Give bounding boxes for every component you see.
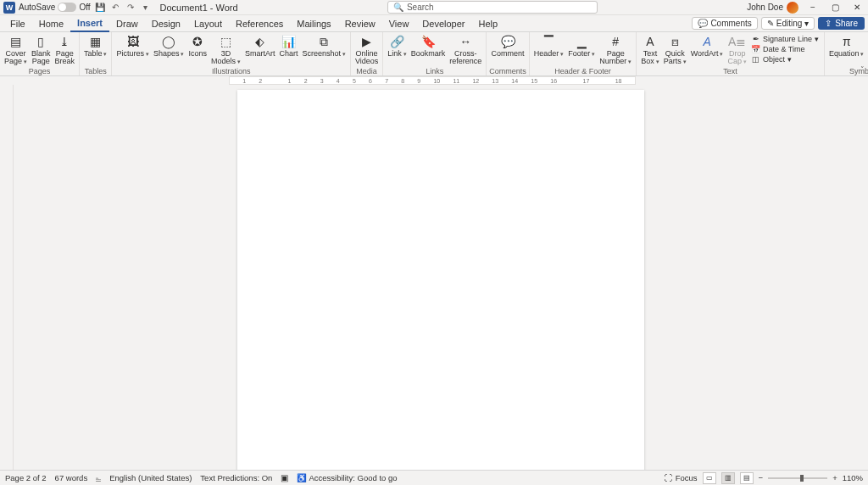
zoom-thumb[interactable] (800, 475, 804, 482)
text-box-icon: A (643, 34, 658, 49)
tab-file[interactable]: File (3, 16, 32, 31)
maximize-button[interactable]: ▢ (827, 2, 843, 14)
ruler-mark: 15 (531, 78, 537, 84)
blank-page-button[interactable]: ▯Blank Page (30, 33, 53, 67)
page-break-button[interactable]: ⤓Page Break (53, 33, 77, 67)
chevron-down-icon: ▾ (804, 19, 809, 28)
3d-models-button[interactable]: ⬚3D Models (209, 33, 242, 67)
wordart-button[interactable]: AWordArt (689, 33, 726, 67)
read-mode-button[interactable]: ▭ (703, 472, 716, 484)
macro-icon[interactable]: ▣ (281, 473, 288, 482)
pictures-button[interactable]: 🖼Pictures (114, 33, 150, 67)
group-pages: ▤Cover Page ▯Blank Page ⤓Page Break Page… (0, 32, 80, 75)
undo-icon[interactable]: ↶ (109, 2, 121, 14)
signature-line-button[interactable]: ✒Signature Line ▾ (749, 34, 821, 44)
object-button[interactable]: ◫Object ▾ (749, 54, 821, 64)
zoom-level[interactable]: 110% (843, 473, 863, 482)
document-title: Document1 - Word (160, 3, 238, 13)
tab-design[interactable]: Design (145, 16, 187, 31)
cross-ref-icon: ↔ (458, 34, 473, 49)
quick-parts-button[interactable]: ⧈Quick Parts (662, 33, 688, 67)
table-button[interactable]: ▦Table (82, 33, 108, 67)
wordart-icon: A (699, 34, 715, 49)
header-button[interactable]: ▔Header (532, 33, 565, 67)
status-text-predictions[interactable]: Text Predictions: On (200, 473, 272, 482)
ruler-mark: 8 (401, 78, 404, 84)
signature-icon: ✒ (752, 35, 760, 43)
chevron-down-icon: ▾ (787, 55, 792, 64)
document-page[interactable] (237, 90, 644, 470)
ruler-mark: 4 (337, 78, 340, 84)
ruler-mark: 5 (353, 78, 356, 84)
status-page[interactable]: Page 2 of 2 (5, 473, 47, 482)
drop-cap-icon: A≣ (730, 34, 745, 49)
print-layout-button[interactable]: ▥ (721, 472, 735, 484)
tab-help[interactable]: Help (472, 16, 505, 31)
online-videos-button[interactable]: ▶Online Videos (353, 33, 380, 67)
chart-button[interactable]: 📊Chart (277, 33, 299, 67)
spellcheck-icon[interactable]: ⎁ (96, 473, 101, 482)
web-layout-button[interactable]: ▤ (740, 472, 754, 484)
editing-mode-button[interactable]: ✎Editing▾ (761, 17, 815, 30)
tab-insert[interactable]: Insert (70, 15, 109, 32)
equation-button[interactable]: πEquation (827, 33, 865, 67)
redo-icon[interactable]: ↷ (125, 2, 136, 14)
cross-reference-button[interactable]: ↔Cross- reference (448, 33, 483, 67)
tab-mailings[interactable]: Mailings (290, 16, 337, 31)
ruler-mark: 10 (433, 78, 440, 84)
zoom-in-button[interactable]: + (832, 473, 837, 482)
smartart-button[interactable]: ⬖SmartArt (243, 33, 277, 67)
comment-icon: 💬 (698, 19, 708, 28)
page-number-button[interactable]: #Page Number (598, 33, 633, 67)
tab-view[interactable]: View (382, 16, 416, 31)
tab-layout[interactable]: Layout (187, 16, 229, 31)
status-accessibility[interactable]: ♿ Accessibility: Good to go (297, 473, 397, 482)
footer-button[interactable]: ▁Footer (566, 33, 597, 67)
page-break-icon: ⤓ (57, 34, 72, 49)
toggle-off-icon[interactable] (58, 3, 76, 12)
icons-button[interactable]: ✪Icons (186, 33, 209, 67)
link-icon: 🔗 (390, 34, 405, 49)
text-box-button[interactable]: AText Box (639, 33, 660, 67)
zoom-slider[interactable] (768, 477, 827, 479)
comment-button[interactable]: 💬Comment (490, 33, 526, 67)
tab-home[interactable]: Home (32, 16, 70, 31)
zoom-out-button[interactable]: − (759, 473, 764, 482)
chart-icon: 📊 (281, 34, 296, 49)
save-icon[interactable]: 💾 (94, 2, 106, 14)
tab-review[interactable]: Review (338, 16, 382, 31)
bookmark-button[interactable]: 🔖Bookmark (409, 33, 448, 67)
horizontal-ruler[interactable]: 12123456789101112131415161718 (229, 76, 636, 85)
date-time-button[interactable]: 📅Date & Time (749, 44, 821, 54)
status-language[interactable]: English (United States) (109, 473, 192, 482)
group-label: Pages (29, 67, 51, 75)
minimize-button[interactable]: − (805, 2, 821, 14)
tab-draw[interactable]: Draw (109, 16, 145, 31)
ruler-mark: 6 (369, 78, 372, 84)
account-button[interactable]: John Doe (747, 2, 798, 14)
qat-customize-icon[interactable]: ▾ (140, 2, 152, 14)
comments-button[interactable]: 💬Comments (692, 17, 757, 30)
status-words[interactable]: 67 words (55, 473, 88, 482)
ruler-area: 12123456789101112131415161718 (0, 76, 868, 85)
collapse-ribbon-button[interactable]: ˅ (860, 65, 865, 74)
group-label: Header & Footer (554, 67, 611, 75)
link-button[interactable]: 🔗Link (386, 33, 408, 67)
drop-cap-button[interactable]: A≣Drop Cap (726, 33, 748, 67)
autosave-toggle[interactable]: AutoSave Off (19, 3, 91, 12)
autosave-label: AutoSave (19, 3, 55, 12)
tab-references[interactable]: References (229, 16, 290, 31)
tab-developer[interactable]: Developer (415, 16, 471, 31)
cover-page-button[interactable]: ▤Cover Page (3, 33, 29, 67)
smartart-icon: ⬖ (253, 34, 268, 49)
group-label: Illustrations (212, 67, 251, 75)
search-input[interactable]: 🔍 Search (387, 1, 598, 14)
share-button[interactable]: ⇪Share (818, 17, 865, 30)
screenshot-button[interactable]: ⧉Screenshot (300, 33, 347, 67)
focus-mode-button[interactable]: ⛶ Focus (665, 473, 698, 482)
close-button[interactable]: ✕ (849, 2, 865, 14)
shapes-button[interactable]: ◯Shapes (152, 33, 186, 67)
vertical-ruler[interactable] (0, 85, 14, 470)
document-scroll-area[interactable] (14, 85, 868, 470)
vertical-scrollbar[interactable] (860, 85, 868, 470)
